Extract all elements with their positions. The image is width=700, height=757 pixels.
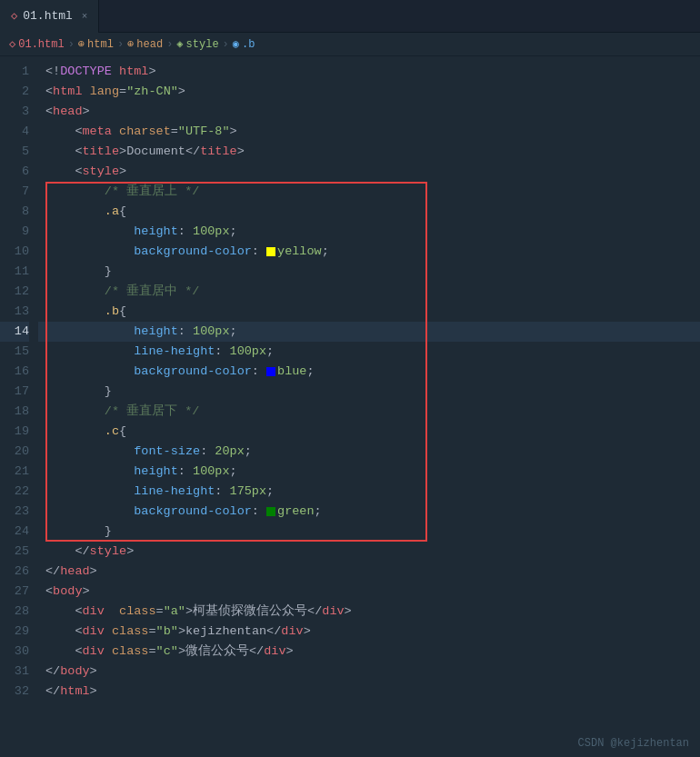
footer-watermark: CSDN @kejizhentan	[578, 737, 689, 750]
code-28-indent	[45, 602, 75, 622]
code-line-13: .b{	[38, 302, 700, 322]
code-26-gt: >	[90, 562, 97, 582]
code-line-27: <body>	[38, 582, 700, 602]
code-1-space	[112, 62, 119, 82]
code-28-lt2: </	[307, 602, 322, 622]
code-29-class: class	[112, 622, 149, 642]
line-num-3: 3	[0, 102, 29, 122]
code-29-indent	[45, 622, 75, 642]
line-num-18: 18	[0, 402, 29, 422]
code-line-6: <style>	[38, 162, 700, 182]
code-4-gt: >	[230, 122, 237, 142]
line-numbers: 1 2 3 4 5 6 7 8 9 10 11 12 13 14 15 16 1…	[0, 56, 38, 757]
code-line-1: <!DOCTYPE html>	[38, 62, 700, 82]
bc-style-label: style	[186, 38, 219, 51]
code-5-lt: <	[75, 142, 82, 162]
code-30-gt: >	[178, 642, 185, 662]
code-18-indent	[45, 402, 105, 422]
code-30-eq: =	[148, 642, 155, 662]
code-line-21: height: 100px;	[38, 462, 700, 482]
code-28-gt: >	[185, 602, 193, 622]
line-num-21: 21	[0, 462, 29, 482]
code-23-semi: ;	[315, 502, 322, 522]
code-21-semi: ;	[230, 462, 237, 482]
code-20-colon: :	[200, 442, 215, 462]
code-4-utf8: "UTF-8"	[178, 122, 230, 142]
code-5-gt2: >	[237, 142, 245, 162]
code-9-indent	[45, 222, 134, 242]
code-30-c: "c"	[156, 642, 178, 662]
tab-bar: ◇ 01.html ×	[0, 0, 700, 33]
code-area[interactable]: <!DOCTYPE html> <html lang="zh-CN"> <hea…	[38, 56, 700, 757]
code-19-indent	[45, 422, 105, 442]
line-num-17: 17	[0, 382, 29, 402]
code-10-val: yellow	[277, 242, 322, 262]
code-23-colon: :	[252, 502, 266, 522]
bc-b-icon: ◉	[233, 37, 239, 51]
code-line-31: </body>	[38, 662, 700, 682]
code-15-colon: :	[215, 342, 229, 362]
code-13-brace: {	[119, 302, 126, 322]
code-20-val: 20px	[215, 442, 244, 462]
code-5-indent	[45, 142, 75, 162]
code-9-colon: :	[178, 222, 193, 242]
line-num-24: 24	[0, 522, 29, 542]
line-num-16: 16	[0, 362, 29, 382]
code-3-lt: <	[45, 102, 53, 122]
code-21-indent	[45, 462, 134, 482]
line-num-15: 15	[0, 342, 29, 362]
code-29-div: div	[83, 622, 105, 642]
code-28-text: 柯基侦探微信公众号	[193, 602, 307, 622]
code-1-gt: >	[148, 62, 155, 82]
code-13-sel: .b	[105, 302, 119, 322]
code-28-a: "a"	[164, 602, 185, 622]
code-line-18: /* 垂直居下 */	[38, 402, 700, 422]
code-line-8: .a{	[38, 202, 700, 222]
code-29-gt: >	[178, 622, 185, 642]
code-line-7: /* 垂直居上 */	[38, 182, 700, 202]
code-10-colon: :	[252, 242, 266, 262]
code-12-comment: /* 垂直居中 */	[105, 282, 200, 302]
code-6-indent	[45, 162, 75, 182]
code-line-30: <div class="c">微信公众号</div>	[38, 642, 700, 662]
tab-filename: 01.html	[23, 9, 73, 23]
code-7-comment: /* 垂直居上 */	[105, 182, 200, 202]
line-num-26: 26	[0, 562, 29, 582]
code-29-gt2: >	[304, 622, 311, 642]
editor: 1 2 3 4 5 6 7 8 9 10 11 12 13 14 15 16 1…	[0, 56, 700, 757]
line-num-28: 28	[0, 602, 29, 622]
code-10-semi: ;	[322, 242, 329, 262]
line-num-20: 20	[0, 442, 29, 462]
code-28-lt: <	[75, 602, 82, 622]
line-num-29: 29	[0, 622, 29, 642]
code-14-indent	[45, 322, 134, 342]
code-line-14: height: 100px;	[38, 322, 700, 342]
tab-01html[interactable]: ◇ 01.html ×	[0, 0, 99, 33]
code-31-lt: </	[45, 662, 60, 682]
code-30-class: class	[112, 642, 149, 662]
code-2-html: html	[53, 82, 82, 102]
line-num-6: 6	[0, 162, 29, 182]
line-num-5: 5	[0, 142, 29, 162]
code-30-lt2: </	[249, 642, 264, 662]
line-num-31: 31	[0, 662, 29, 682]
code-23-color-swatch	[266, 507, 275, 516]
code-28-gt2: >	[345, 602, 352, 622]
code-15-indent	[45, 342, 134, 362]
code-5-lt2: </	[185, 142, 200, 162]
tab-close-button[interactable]: ×	[82, 11, 88, 22]
bc-head-icon: ⊕	[127, 37, 134, 51]
code-21-val: 100px	[193, 462, 230, 482]
bc-html: ⊕ html	[78, 37, 114, 51]
code-23-prop: background-color	[134, 502, 252, 522]
code-4-meta: meta	[83, 122, 112, 142]
code-10-prop: background-color	[134, 242, 252, 262]
code-4-sp	[112, 122, 119, 142]
code-2-gt: >	[178, 82, 185, 102]
code-9-prop: height	[134, 222, 178, 242]
code-line-22: line-height: 175px;	[38, 482, 700, 502]
bc-file: ◇ 01.html	[9, 37, 65, 51]
line-num-1: 1	[0, 62, 29, 82]
code-28-div: div	[83, 602, 105, 622]
line-num-22: 22	[0, 482, 29, 502]
